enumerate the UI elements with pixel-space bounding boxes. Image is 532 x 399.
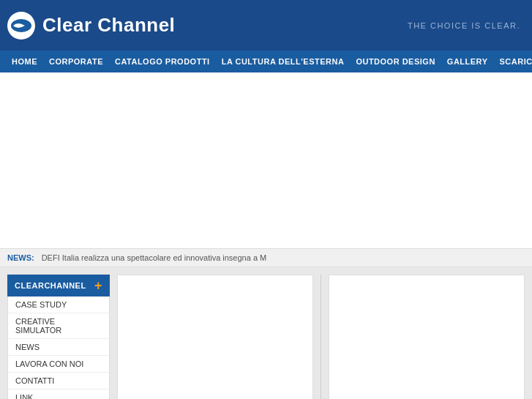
- sidebar-menu: CASE STUDYCREATIVE SIMULATORNEWSLAVORA C…: [7, 297, 110, 399]
- sidebar: CLEARCHANNEL + CASE STUDYCREATIVE SIMULA…: [7, 275, 110, 399]
- news-bar: NEWS: DEFI Italia realizza una spettacol…: [0, 248, 532, 267]
- sidebar-item-creative-simulator[interactable]: CREATIVE SIMULATOR: [8, 313, 109, 339]
- main-content-area: [0, 72, 532, 248]
- sidebar-item-news[interactable]: NEWS: [8, 339, 109, 356]
- content-panel-left: [117, 275, 313, 399]
- sidebar-plus-icon[interactable]: +: [94, 279, 102, 292]
- main-nav: HOMECORPORATECATALOGO PRODOTTILA CULTURA…: [0, 51, 532, 72]
- content-panel-right: [329, 275, 525, 399]
- news-label: NEWS:: [7, 253, 34, 262]
- nav-item-la-cultura-dell'esterna[interactable]: LA CULTURA DELL'ESTERNA: [216, 51, 351, 72]
- sidebar-item-case-study[interactable]: CASE STUDY: [8, 297, 109, 313]
- tagline: THE CHOICE IS CLEAR.: [408, 21, 520, 30]
- content-panels: [117, 275, 525, 399]
- nav-item-outdoor-design[interactable]: OUTDOOR DESIGN: [350, 51, 441, 72]
- panel-divider: [321, 275, 321, 399]
- lower-section: CLEARCHANNEL + CASE STUDYCREATIVE SIMULA…: [0, 267, 532, 399]
- logo-icon: [7, 12, 35, 40]
- nav-item-gallery[interactable]: GALLERY: [441, 51, 494, 72]
- logo-area[interactable]: Clear Channel: [7, 12, 175, 40]
- site-header: Clear Channel THE CHOICE IS CLEAR.: [0, 0, 532, 51]
- sidebar-header-label: CLEARCHANNEL: [15, 281, 86, 290]
- nav-item-home[interactable]: HOME: [6, 51, 43, 72]
- nav-item-scarica-catalogo[interactable]: SCARICA CATALOGO: [493, 51, 532, 72]
- nav-item-catalogo-prodotti[interactable]: CATALOGO PRODOTTI: [109, 51, 216, 72]
- sidebar-item-contatti[interactable]: CONTATTI: [8, 373, 109, 389]
- nav-item-corporate[interactable]: CORPORATE: [43, 51, 109, 72]
- news-text: DEFI Italia realizza una spettacolare ed…: [42, 253, 267, 262]
- sidebar-item-link[interactable]: LINK: [8, 389, 109, 399]
- logo-text: Clear Channel: [42, 14, 175, 37]
- sidebar-item-lavora-con-noi[interactable]: LAVORA CON NOI: [8, 356, 109, 373]
- sidebar-header: CLEARCHANNEL +: [7, 275, 110, 297]
